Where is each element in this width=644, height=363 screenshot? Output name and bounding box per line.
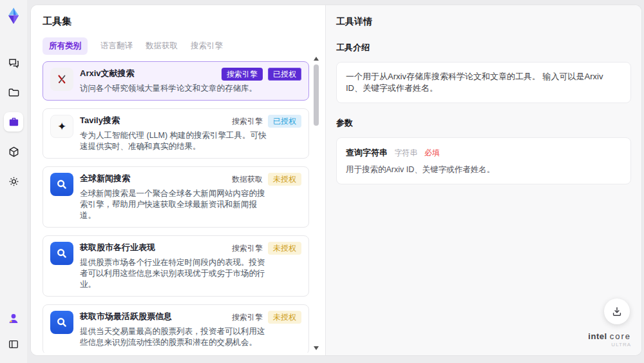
tool-card-most-active-stocks[interactable]: 获取市场最活跃股票信息 搜索引擎 未授权 提供当天交易量最高的股票列表，投资者可… (43, 304, 309, 353)
gear-icon[interactable] (4, 172, 23, 191)
tool-list-pane: 工具集 所有类别 语言翻译 数据获取 搜索引擎 Arxiv文献搜索 (31, 5, 325, 355)
category-label: 数据获取 (232, 174, 263, 185)
search-globe-icon (50, 242, 73, 265)
tab-all-categories[interactable]: 所有类别 (43, 37, 88, 55)
tool-description: 访问各个研究领域大量科学论文和文章的存储库。 (80, 83, 268, 94)
intro-heading: 工具介绍 (336, 42, 631, 54)
tool-description: 提供股票市场各个行业在特定时间段内的表现。投资者可以利用这些信息来识别表现优于或… (80, 257, 268, 290)
chat-icon[interactable] (4, 53, 23, 72)
core-text: core (610, 331, 631, 341)
status-badge: 未授权 (268, 173, 301, 186)
tool-card-list: Arxiv文献搜索 搜索引擎 已授权 访问各个研究领域大量科学论文和文章的存储库… (43, 61, 309, 353)
tool-card-sector-performance[interactable]: 获取股市各行业表现 搜索引擎 未授权 提供股票市场各个行业在特定时间段内的表现。… (43, 235, 309, 297)
category-label: 搜索引擎 (232, 312, 263, 323)
scrollbar-thumb[interactable] (314, 64, 319, 126)
category-label: 搜索引擎 (232, 243, 263, 254)
param-description: 用于搜索的Arxiv ID、关键字或作者姓名。 (346, 164, 621, 175)
sparkle-icon: ✦ (50, 115, 73, 138)
category-tabs: 所有类别 语言翻译 数据获取 搜索引擎 (43, 37, 325, 55)
left-sidebar (0, 0, 27, 363)
intro-box: 一个用于从Arxiv存储库搜索科学论文和文章的工具。 输入可以是Arxiv ID… (336, 62, 631, 103)
tool-title: Tavily搜索 (80, 115, 120, 126)
param-type: 字符串 (394, 148, 417, 157)
tool-card-global-news[interactable]: 全球新闻搜索 数据获取 未授权 全球新闻搜索是一个聚合全球各大新闻网站内容的搜索… (43, 166, 309, 228)
tab-search-engine[interactable]: 搜索引擎 (191, 37, 223, 55)
folder-icon[interactable] (4, 83, 23, 102)
main-window: 工具集 所有类别 语言翻译 数据获取 搜索引擎 Arxiv文献搜索 (31, 5, 641, 355)
status-badge: 已授权 (268, 68, 301, 81)
param-header: 查询字符串 字符串 必填 (346, 146, 621, 159)
panel-toggle-icon[interactable] (4, 335, 23, 354)
param-name: 查询字符串 (346, 148, 388, 157)
category-label: 搜索引擎 (232, 116, 263, 127)
status-badge: 未授权 (268, 242, 301, 255)
download-button[interactable] (604, 299, 630, 324)
scroll-up-arrow-icon[interactable] (314, 57, 319, 61)
ultra-text: ULTRA (588, 342, 631, 348)
status-badge: 已授权 (268, 115, 301, 128)
intel-text: intel (588, 331, 607, 341)
tool-card-arxiv[interactable]: Arxiv文献搜索 搜索引擎 已授权 访问各个研究领域大量科学论文和文章的存储库… (43, 61, 309, 101)
page-title: 工具集 (43, 15, 325, 28)
param-required-flag: 必填 (424, 148, 440, 157)
param-box: 查询字符串 字符串 必填 用于搜索的Arxiv ID、关键字或作者姓名。 (336, 137, 631, 184)
tool-description: 专为人工智能代理 (LLM) 构建的搜索引擎工具。可快速提供实时、准确和真实的结… (80, 130, 268, 152)
scroll-down-arrow-icon[interactable] (314, 346, 319, 350)
user-avatar-icon[interactable] (4, 309, 23, 328)
tab-data-fetch[interactable]: 数据获取 (146, 37, 178, 55)
tool-title: 全球新闻搜索 (80, 173, 130, 184)
search-globe-icon (50, 311, 73, 334)
toolbox-icon[interactable] (4, 112, 23, 132)
search-globe-icon (50, 173, 73, 196)
arxiv-logo-icon (50, 68, 73, 91)
tab-language-translation[interactable]: 语言翻译 (100, 37, 133, 55)
app-logo (4, 6, 23, 26)
list-scrollbar[interactable] (312, 57, 320, 350)
tool-title: 获取股市各行业表现 (80, 242, 155, 253)
tool-title: Arxiv文献搜索 (80, 68, 135, 79)
category-badge: 搜索引擎 (222, 68, 263, 81)
tool-title: 获取市场最活跃股票信息 (80, 311, 172, 322)
intel-core-logo: intel core ULTRA (588, 332, 631, 348)
status-badge: 未授权 (268, 311, 301, 324)
params-heading: 参数 (336, 117, 631, 129)
tool-description: 提供当天交易量最高的股票列表，投资者可以利用这些信息来识别流动性强的股票和潜在的… (80, 326, 268, 348)
details-title: 工具详情 (336, 16, 631, 28)
tool-details-pane: 工具详情 工具介绍 一个用于从Arxiv存储库搜索科学论文和文章的工具。 输入可… (325, 5, 641, 355)
cube-icon[interactable] (4, 142, 23, 161)
tool-card-tavily[interactable]: ✦ Tavily搜索 搜索引擎 已授权 专为人工智能代理 (LLM) 构建的搜索… (43, 108, 309, 159)
tool-description: 全球新闻搜索是一个聚合全球各大新闻网站内容的搜索引擎，帮助用户快速获取全球最新资… (80, 188, 268, 221)
